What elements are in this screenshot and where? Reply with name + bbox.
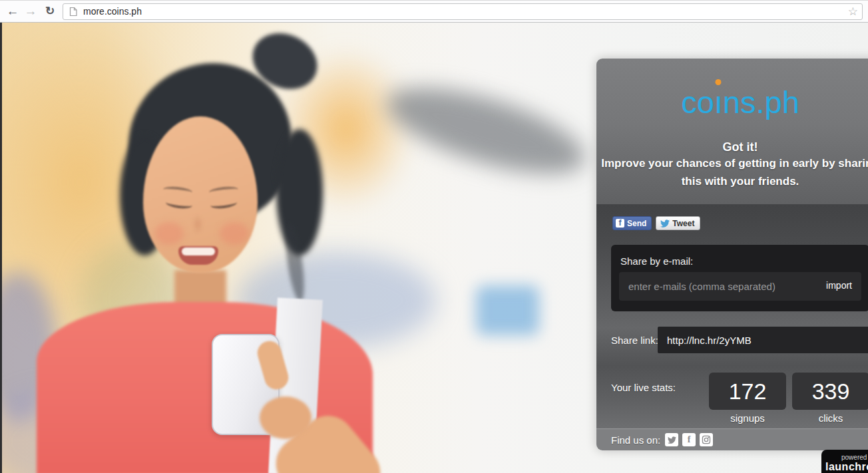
facebook-link[interactable]: f — [682, 433, 696, 446]
social-share-buttons: f Send Tweet — [612, 216, 700, 230]
facebook-send-button[interactable]: f Send — [612, 216, 652, 230]
logo-orange-dot-icon — [716, 79, 722, 85]
reload-button[interactable]: ↻ — [41, 3, 59, 20]
url-bar[interactable]: more.coins.ph ☆ — [63, 3, 863, 20]
page-left-edge — [0, 23, 2, 473]
launchrock-badge[interactable]: powered by launchrock — [821, 450, 868, 473]
logo-i: ı — [714, 84, 723, 120]
import-link[interactable]: import — [826, 280, 852, 291]
clicks-count: 339 — [792, 373, 868, 410]
twitter-link[interactable] — [665, 433, 678, 446]
logo-text-rest: ns.ph — [723, 84, 799, 120]
bookmark-star-icon[interactable]: ☆ — [848, 4, 858, 20]
panel-header: coıns.ph Got it! Improve your chances of… — [596, 59, 868, 204]
message-line-1: Improve your chances of getting in early… — [596, 154, 868, 172]
share-panel: coıns.ph Got it! Improve your chances of… — [596, 59, 868, 450]
woman-hair-right — [276, 129, 323, 255]
signups-count: 172 — [709, 373, 786, 410]
facebook-icon: f — [688, 434, 691, 445]
message-line-2: this with your friends. — [596, 172, 868, 190]
browser-window: ← → ↻ more.coins.ph ☆ — [0, 0, 868, 473]
share-by-email-label: Share by e-mail: — [620, 255, 693, 267]
live-stats-label: Your live stats: — [611, 382, 676, 393]
url-text: more.coins.ph — [83, 6, 142, 17]
email-input[interactable] — [619, 272, 861, 301]
instagram-icon — [702, 435, 711, 444]
share-by-email-box: Share by e-mail: import — [611, 245, 868, 311]
share-link-label: Share link: — [611, 335, 658, 346]
clicks-label: clicks — [792, 412, 868, 424]
woman-nose — [192, 214, 204, 234]
browser-toolbar: ← → ↻ more.coins.ph ☆ — [0, 0, 868, 23]
woman-fingers — [260, 396, 312, 439]
find-us-label: Find us on: — [611, 434, 660, 446]
twitter-icon — [668, 436, 676, 444]
facebook-icon: f — [616, 219, 624, 228]
instagram-link[interactable] — [700, 433, 713, 446]
launchrock-logo: launchrock — [825, 461, 868, 473]
page-content: coıns.ph Got it! Improve your chances of… — [0, 23, 868, 473]
woman-cheek-left — [154, 222, 184, 245]
powered-by-text: powered by — [825, 454, 868, 461]
twitter-bird-icon — [660, 220, 670, 228]
panel-footer: Find us on: f — [596, 428, 868, 450]
coins-logo: coıns.ph — [596, 59, 868, 118]
facebook-send-label: Send — [627, 219, 646, 228]
forward-button[interactable]: → — [22, 3, 39, 20]
signups-label: signups — [709, 412, 786, 424]
photo-blue-box-blur — [476, 285, 539, 335]
logo-text: co — [681, 84, 714, 120]
tweet-button[interactable]: Tweet — [656, 216, 700, 230]
back-button[interactable]: ← — [4, 3, 21, 20]
page-icon — [69, 7, 77, 17]
share-link-input[interactable] — [658, 327, 868, 353]
woman-cheek-right — [220, 222, 249, 245]
headline: Got it! — [596, 140, 868, 154]
tweet-label: Tweet — [672, 219, 694, 228]
panel-share-section: f Send Tweet Share by e-mail: import — [596, 204, 868, 428]
photo-awning-blur — [378, 71, 594, 191]
email-input-row: import — [619, 272, 861, 301]
woman-smile — [178, 246, 218, 265]
woman-teeth — [182, 247, 215, 255]
